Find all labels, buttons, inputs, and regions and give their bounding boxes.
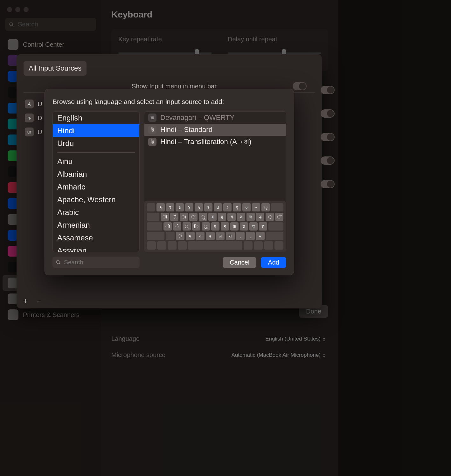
keycap: ल xyxy=(216,232,225,240)
keycap xyxy=(178,241,187,250)
keycap: ा xyxy=(180,213,188,221)
keycap: र xyxy=(221,222,229,231)
language-item[interactable]: Ainu xyxy=(53,155,139,168)
bg-toggle[interactable] xyxy=(321,86,335,94)
language-item[interactable]: Armenian xyxy=(53,219,139,231)
keycap: ७ xyxy=(214,203,222,211)
keycap xyxy=(147,222,162,231)
keycap: ट xyxy=(259,222,267,231)
language-item[interactable]: Albanian xyxy=(53,168,139,181)
keycap xyxy=(147,241,156,250)
keycap xyxy=(266,232,283,240)
keycap: ६ xyxy=(204,203,212,211)
keycap xyxy=(254,241,263,250)
keycap: च xyxy=(249,222,258,231)
keycap: ृ xyxy=(261,203,270,211)
keycap: े xyxy=(173,222,181,231)
keycap: ो xyxy=(163,222,172,231)
keycap xyxy=(268,222,284,231)
search-icon xyxy=(56,259,61,265)
keycap: ग xyxy=(227,213,236,221)
input-source-label: Hindi – Transliteration (A→अ) xyxy=(160,138,251,146)
add-input-source-dialog: Browse using language and select an inpu… xyxy=(45,89,294,275)
source-glyph-icon: क xyxy=(25,114,34,122)
svg-point-2 xyxy=(56,260,59,263)
keycap: व xyxy=(206,232,215,240)
cancel-button[interactable]: Cancel xyxy=(223,257,256,268)
language-item[interactable]: Amharic xyxy=(53,181,139,193)
keycap: ड xyxy=(256,213,264,221)
keycap: न xyxy=(196,232,205,240)
input-source-item: कDevanagari – QWERTY xyxy=(144,112,286,124)
keycap: ी xyxy=(189,213,198,221)
add-button[interactable]: Add xyxy=(261,257,286,268)
remove-source-button[interactable]: － xyxy=(33,296,45,305)
language-search-input[interactable] xyxy=(63,259,136,266)
keycap: ि xyxy=(192,222,200,231)
divider xyxy=(57,152,135,153)
language-item[interactable]: English xyxy=(53,112,139,124)
keycap: ४ xyxy=(185,203,193,211)
keycap: ब xyxy=(208,213,217,221)
svg-line-3 xyxy=(59,263,60,264)
keycap xyxy=(264,241,273,250)
bg-toggle[interactable] xyxy=(321,109,335,118)
keycap xyxy=(147,213,159,221)
keycap xyxy=(157,241,166,250)
keycap: ९ xyxy=(233,203,241,211)
keycap xyxy=(147,232,164,240)
keycap: , xyxy=(236,232,245,240)
keycap xyxy=(274,241,283,250)
keycap: ह xyxy=(218,213,226,221)
keycap: ज xyxy=(246,213,255,221)
keycap: ु xyxy=(202,222,210,231)
keycap: प xyxy=(211,222,219,231)
language-item[interactable]: Apache, Western xyxy=(53,193,139,206)
source-label: D xyxy=(38,114,42,122)
source-glyph-icon: क xyxy=(148,114,156,122)
keycap: ५ xyxy=(195,203,203,211)
keycap: त xyxy=(240,222,248,231)
source-label: U xyxy=(38,128,42,136)
language-item[interactable]: Assamese xyxy=(53,231,139,244)
source-glyph-icon: ur xyxy=(25,128,34,136)
language-list[interactable]: EnglishHindiUrduAinuAlbanianAmharicApach… xyxy=(52,111,140,252)
keycap: - xyxy=(252,203,260,211)
keycap: १ xyxy=(156,203,165,211)
keycap: ै xyxy=(170,213,178,221)
input-source-item[interactable]: हिHindi – Standard xyxy=(144,124,286,136)
bg-toggle[interactable] xyxy=(321,133,335,141)
keycap xyxy=(244,241,253,250)
keycap: म xyxy=(186,232,195,240)
keycap: ौ xyxy=(161,213,169,221)
language-item[interactable]: Arabic xyxy=(53,206,139,219)
keycap: ॉ xyxy=(275,213,283,221)
language-item[interactable]: Hindi xyxy=(53,124,139,137)
keycap: ू xyxy=(199,213,207,221)
keycap: ३ xyxy=(176,203,184,211)
keycap xyxy=(166,232,175,240)
add-source-button[interactable]: ＋ xyxy=(20,296,31,305)
input-source-list[interactable]: कDevanagari – QWERTYहिHindi – Standardहि… xyxy=(144,112,286,201)
keycap: ़ xyxy=(266,213,274,221)
bg-toggle[interactable] xyxy=(321,156,335,165)
all-input-sources-tab[interactable]: All Input Sources xyxy=(24,61,87,76)
keyboard-layout-preview: १२३४५६७८९०-ृौैाीूबहगदजड़ॉोे्िुपरकतचटंमनव… xyxy=(144,201,286,252)
keycap xyxy=(168,241,177,250)
language-search[interactable] xyxy=(52,257,140,268)
source-glyph-icon: A xyxy=(25,100,34,108)
keycap: य xyxy=(256,232,265,240)
dialog-prompt: Browse using language and select an inpu… xyxy=(52,98,286,106)
language-item[interactable]: Urdu xyxy=(53,137,139,150)
source-glyph-icon: हि xyxy=(148,138,156,146)
language-item[interactable]: Assyrian xyxy=(53,244,139,252)
keycap: द xyxy=(237,213,245,221)
keycap: २ xyxy=(166,203,174,211)
show-input-menu-toggle[interactable] xyxy=(293,82,307,90)
keycap xyxy=(147,203,155,211)
keycap: ं xyxy=(176,232,185,240)
input-source-item[interactable]: हिHindi – Transliteration (A→अ) xyxy=(144,136,286,148)
keycap: . xyxy=(246,232,255,240)
bg-toggle[interactable] xyxy=(321,180,335,188)
keycap xyxy=(188,241,242,250)
